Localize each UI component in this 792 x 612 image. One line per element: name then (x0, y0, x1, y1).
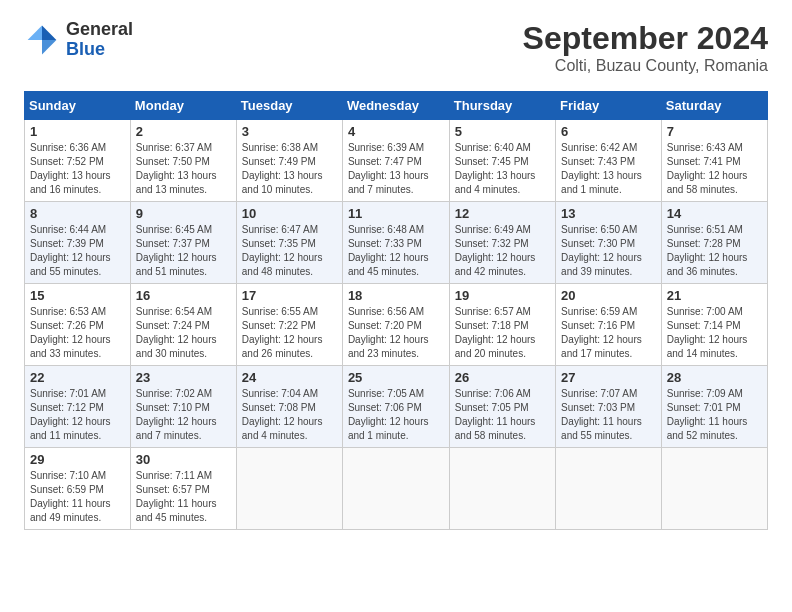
day-number: 14 (667, 206, 762, 221)
day-detail: Sunrise: 6:54 AMSunset: 7:24 PMDaylight:… (136, 306, 217, 359)
table-row: 27 Sunrise: 7:07 AMSunset: 7:03 PMDaylig… (556, 366, 662, 448)
table-row (236, 448, 342, 530)
day-number: 11 (348, 206, 444, 221)
day-number: 2 (136, 124, 231, 139)
table-row: 6 Sunrise: 6:42 AMSunset: 7:43 PMDayligh… (556, 120, 662, 202)
calendar-week-row: 22 Sunrise: 7:01 AMSunset: 7:12 PMDaylig… (25, 366, 768, 448)
table-row: 10 Sunrise: 6:47 AMSunset: 7:35 PMDaylig… (236, 202, 342, 284)
table-row: 26 Sunrise: 7:06 AMSunset: 7:05 PMDaylig… (449, 366, 555, 448)
logo-icon (24, 22, 60, 58)
day-number: 19 (455, 288, 550, 303)
day-number: 16 (136, 288, 231, 303)
day-number: 22 (30, 370, 125, 385)
table-row: 15 Sunrise: 6:53 AMSunset: 7:26 PMDaylig… (25, 284, 131, 366)
table-row: 28 Sunrise: 7:09 AMSunset: 7:01 PMDaylig… (661, 366, 767, 448)
day-detail: Sunrise: 6:53 AMSunset: 7:26 PMDaylight:… (30, 306, 111, 359)
table-row: 23 Sunrise: 7:02 AMSunset: 7:10 PMDaylig… (130, 366, 236, 448)
day-detail: Sunrise: 6:59 AMSunset: 7:16 PMDaylight:… (561, 306, 642, 359)
svg-marker-0 (42, 25, 56, 39)
day-detail: Sunrise: 7:04 AMSunset: 7:08 PMDaylight:… (242, 388, 323, 441)
day-detail: Sunrise: 7:00 AMSunset: 7:14 PMDaylight:… (667, 306, 748, 359)
day-detail: Sunrise: 7:11 AMSunset: 6:57 PMDaylight:… (136, 470, 217, 523)
table-row: 29 Sunrise: 7:10 AMSunset: 6:59 PMDaylig… (25, 448, 131, 530)
table-row: 19 Sunrise: 6:57 AMSunset: 7:18 PMDaylig… (449, 284, 555, 366)
day-detail: Sunrise: 6:45 AMSunset: 7:37 PMDaylight:… (136, 224, 217, 277)
day-detail: Sunrise: 6:36 AMSunset: 7:52 PMDaylight:… (30, 142, 111, 195)
day-number: 26 (455, 370, 550, 385)
table-row: 30 Sunrise: 7:11 AMSunset: 6:57 PMDaylig… (130, 448, 236, 530)
day-number: 28 (667, 370, 762, 385)
title-area: September 2024 Colti, Buzau County, Roma… (523, 20, 768, 75)
col-thursday: Thursday (449, 92, 555, 120)
day-detail: Sunrise: 6:37 AMSunset: 7:50 PMDaylight:… (136, 142, 217, 195)
day-number: 4 (348, 124, 444, 139)
day-number: 9 (136, 206, 231, 221)
table-row (661, 448, 767, 530)
header: General Blue September 2024 Colti, Buzau… (24, 20, 768, 75)
table-row: 1 Sunrise: 6:36 AMSunset: 7:52 PMDayligh… (25, 120, 131, 202)
day-detail: Sunrise: 6:38 AMSunset: 7:49 PMDaylight:… (242, 142, 323, 195)
day-detail: Sunrise: 6:44 AMSunset: 7:39 PMDaylight:… (30, 224, 111, 277)
logo: General Blue (24, 20, 133, 60)
calendar-week-row: 8 Sunrise: 6:44 AMSunset: 7:39 PMDayligh… (25, 202, 768, 284)
table-row: 11 Sunrise: 6:48 AMSunset: 7:33 PMDaylig… (342, 202, 449, 284)
day-detail: Sunrise: 7:01 AMSunset: 7:12 PMDaylight:… (30, 388, 111, 441)
day-detail: Sunrise: 7:10 AMSunset: 6:59 PMDaylight:… (30, 470, 111, 523)
table-row: 20 Sunrise: 6:59 AMSunset: 7:16 PMDaylig… (556, 284, 662, 366)
day-number: 1 (30, 124, 125, 139)
day-detail: Sunrise: 7:02 AMSunset: 7:10 PMDaylight:… (136, 388, 217, 441)
day-number: 3 (242, 124, 337, 139)
calendar-week-row: 15 Sunrise: 6:53 AMSunset: 7:26 PMDaylig… (25, 284, 768, 366)
table-row: 14 Sunrise: 6:51 AMSunset: 7:28 PMDaylig… (661, 202, 767, 284)
day-number: 6 (561, 124, 656, 139)
day-detail: Sunrise: 6:55 AMSunset: 7:22 PMDaylight:… (242, 306, 323, 359)
svg-marker-1 (42, 40, 56, 54)
day-detail: Sunrise: 7:09 AMSunset: 7:01 PMDaylight:… (667, 388, 748, 441)
table-row: 3 Sunrise: 6:38 AMSunset: 7:49 PMDayligh… (236, 120, 342, 202)
table-row: 12 Sunrise: 6:49 AMSunset: 7:32 PMDaylig… (449, 202, 555, 284)
col-monday: Monday (130, 92, 236, 120)
table-row (449, 448, 555, 530)
day-number: 25 (348, 370, 444, 385)
table-row: 16 Sunrise: 6:54 AMSunset: 7:24 PMDaylig… (130, 284, 236, 366)
logo-text: General Blue (66, 20, 133, 60)
logo-blue-text: Blue (66, 40, 133, 60)
table-row: 4 Sunrise: 6:39 AMSunset: 7:47 PMDayligh… (342, 120, 449, 202)
day-detail: Sunrise: 6:47 AMSunset: 7:35 PMDaylight:… (242, 224, 323, 277)
day-detail: Sunrise: 6:49 AMSunset: 7:32 PMDaylight:… (455, 224, 536, 277)
svg-marker-2 (28, 25, 42, 39)
day-detail: Sunrise: 6:39 AMSunset: 7:47 PMDaylight:… (348, 142, 429, 195)
location-title: Colti, Buzau County, Romania (523, 57, 768, 75)
day-number: 23 (136, 370, 231, 385)
day-detail: Sunrise: 7:07 AMSunset: 7:03 PMDaylight:… (561, 388, 642, 441)
table-row (556, 448, 662, 530)
table-row: 13 Sunrise: 6:50 AMSunset: 7:30 PMDaylig… (556, 202, 662, 284)
day-number: 12 (455, 206, 550, 221)
day-number: 13 (561, 206, 656, 221)
table-row: 5 Sunrise: 6:40 AMSunset: 7:45 PMDayligh… (449, 120, 555, 202)
day-detail: Sunrise: 6:43 AMSunset: 7:41 PMDaylight:… (667, 142, 748, 195)
day-number: 7 (667, 124, 762, 139)
day-number: 21 (667, 288, 762, 303)
day-number: 15 (30, 288, 125, 303)
col-saturday: Saturday (661, 92, 767, 120)
table-row: 21 Sunrise: 7:00 AMSunset: 7:14 PMDaylig… (661, 284, 767, 366)
table-row: 2 Sunrise: 6:37 AMSunset: 7:50 PMDayligh… (130, 120, 236, 202)
day-detail: Sunrise: 6:40 AMSunset: 7:45 PMDaylight:… (455, 142, 536, 195)
table-row: 25 Sunrise: 7:05 AMSunset: 7:06 PMDaylig… (342, 366, 449, 448)
table-row: 22 Sunrise: 7:01 AMSunset: 7:12 PMDaylig… (25, 366, 131, 448)
table-row (342, 448, 449, 530)
day-detail: Sunrise: 6:42 AMSunset: 7:43 PMDaylight:… (561, 142, 642, 195)
table-row: 24 Sunrise: 7:04 AMSunset: 7:08 PMDaylig… (236, 366, 342, 448)
day-detail: Sunrise: 6:50 AMSunset: 7:30 PMDaylight:… (561, 224, 642, 277)
day-number: 20 (561, 288, 656, 303)
column-header-row: Sunday Monday Tuesday Wednesday Thursday… (25, 92, 768, 120)
table-row: 9 Sunrise: 6:45 AMSunset: 7:37 PMDayligh… (130, 202, 236, 284)
calendar-week-row: 1 Sunrise: 6:36 AMSunset: 7:52 PMDayligh… (25, 120, 768, 202)
col-tuesday: Tuesday (236, 92, 342, 120)
day-detail: Sunrise: 7:05 AMSunset: 7:06 PMDaylight:… (348, 388, 429, 441)
day-detail: Sunrise: 6:51 AMSunset: 7:28 PMDaylight:… (667, 224, 748, 277)
table-row: 7 Sunrise: 6:43 AMSunset: 7:41 PMDayligh… (661, 120, 767, 202)
day-number: 29 (30, 452, 125, 467)
day-number: 18 (348, 288, 444, 303)
